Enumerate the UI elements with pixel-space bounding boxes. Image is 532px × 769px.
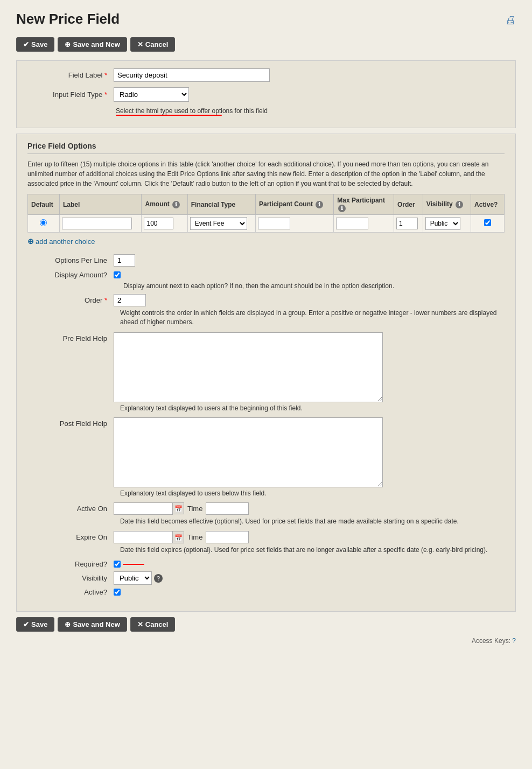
order-cell (394, 215, 423, 233)
options-table: Default Label Amount ℹ Financial Type Pa… (27, 194, 505, 233)
bottom-toolbar: ✔ Save ⊕ Save and New ✕ Cancel (16, 617, 516, 632)
participant-count-cell (255, 215, 333, 233)
default-radio[interactable] (40, 219, 47, 226)
required-row: Required? (27, 560, 505, 568)
info-text: Enter up to fifteen (15) multiple choice… (27, 159, 505, 188)
participant-count-info-icon[interactable]: ℹ (316, 201, 323, 208)
cancel-button[interactable]: ✕ Cancel (130, 37, 176, 52)
max-participant-info-icon[interactable]: ℹ (338, 205, 346, 212)
order-required-star: * (104, 296, 107, 304)
bottom-save-and-new-button[interactable]: ⊕ Save and New (58, 617, 127, 632)
print-icon[interactable]: 🖨 (505, 14, 516, 26)
default-radio-cell (28, 215, 60, 233)
cancel-icon: ✕ (137, 40, 143, 48)
bottom-save-and-new-icon: ⊕ (65, 620, 71, 628)
field-label-label: Field Label * (27, 71, 114, 79)
active-on-label: Active On (27, 505, 114, 513)
row-financial-type-select[interactable]: Event Fee Member Dues Donation (190, 217, 247, 230)
active-on-date-input[interactable] (114, 502, 173, 515)
post-field-help-label: Post Field Help (27, 417, 114, 428)
row-visibility-select[interactable]: Public Admin (425, 217, 460, 230)
active-field-row: Active? (27, 588, 505, 596)
active-on-hint: Date this field becomes effective (optio… (27, 517, 505, 526)
pre-field-help-label: Pre Field Help (27, 332, 114, 342)
col-label: Label (59, 194, 142, 215)
bottom-cancel-label: Cancel (145, 620, 169, 628)
row-participant-count-input[interactable] (258, 218, 290, 229)
expire-on-calendar-icon[interactable]: 📅 (172, 532, 184, 543)
max-participant-cell (334, 215, 394, 233)
basic-fields-section: Field Label * Input Field Type * Radio S… (16, 60, 516, 128)
display-amount-checkbox[interactable] (114, 271, 121, 278)
required-label: Required? (27, 560, 114, 568)
input-field-type-label: Input Field Type * (27, 90, 114, 99)
row-max-participant-input[interactable] (336, 218, 368, 229)
page-title: New Price Field (16, 11, 120, 27)
bottom-save-label: Save (31, 620, 47, 628)
visibility-field-label: Visibility (27, 574, 114, 582)
save-icon: ✔ (23, 40, 29, 48)
col-financial-type: Financial Type (187, 194, 255, 215)
active-on-time-input[interactable] (206, 502, 249, 515)
input-field-type-select[interactable]: Radio Select Checkbox Text (114, 87, 189, 102)
top-toolbar: ✔ Save ⊕ Save and New ✕ Cancel (16, 37, 516, 52)
post-field-help-hint: Explanatory text displayed to users belo… (27, 490, 505, 497)
save-button[interactable]: ✔ Save (16, 37, 54, 52)
visibility-cell: Public Admin (423, 215, 471, 233)
bottom-cancel-icon: ✕ (137, 620, 143, 628)
visibility-help-icon[interactable]: ? (154, 574, 163, 583)
col-amount: Amount ℹ (142, 194, 187, 215)
price-field-options-section: Price Field Options Enter up to fifteen … (16, 134, 516, 612)
order-field-input[interactable] (114, 294, 146, 306)
amount-info-icon[interactable]: ℹ (172, 201, 180, 208)
col-default: Default (28, 194, 60, 215)
active-on-time-label: Time (187, 505, 202, 513)
active-field-checkbox[interactable] (114, 589, 121, 596)
expire-on-time-label: Time (187, 533, 202, 541)
display-amount-hint: Display amount next to each option? If n… (31, 282, 505, 290)
post-field-help-textarea[interactable] (114, 417, 383, 487)
required-checkbox[interactable] (114, 561, 121, 568)
save-label: Save (31, 40, 47, 48)
access-keys-link[interactable]: ? (512, 637, 516, 645)
post-field-help-row: Post Field Help (27, 417, 505, 487)
options-per-line-input[interactable] (114, 254, 135, 267)
label-cell (59, 215, 142, 233)
amount-cell (142, 215, 187, 233)
bottom-cancel-button[interactable]: ✕ Cancel (130, 617, 176, 632)
row-order-input[interactable] (396, 218, 418, 229)
expire-on-hint: Date this field expires (optional). Used… (27, 546, 505, 555)
field-label-input[interactable] (114, 68, 270, 82)
section-title: Price Field Options (27, 142, 505, 154)
bottom-save-icon: ✔ (23, 620, 29, 628)
expire-on-time-input[interactable] (206, 531, 249, 543)
row-active-checkbox[interactable] (484, 219, 491, 226)
financial-type-cell: Event Fee Member Dues Donation (187, 215, 255, 233)
visibility-field-row: Visibility Public Admin ? (27, 571, 505, 585)
expire-on-date-input[interactable] (114, 531, 173, 543)
order-field-row: Order * (27, 294, 505, 306)
pre-field-help-row: Pre Field Help (27, 332, 505, 402)
visibility-field-select[interactable]: Public Admin (114, 571, 152, 585)
expire-on-row: Expire On 📅 Time (27, 531, 505, 543)
required-star-2: * (104, 90, 107, 99)
active-on-calendar-icon[interactable]: 📅 (172, 502, 184, 514)
row-label-input[interactable] (62, 218, 132, 229)
cancel-label: Cancel (145, 40, 169, 48)
bottom-save-button[interactable]: ✔ Save (16, 617, 54, 632)
col-visibility: Visibility ℹ (423, 194, 471, 215)
col-order: Order (394, 194, 423, 215)
pre-field-help-hint: Explanatory text displayed to users at t… (27, 404, 505, 412)
expire-on-label: Expire On (27, 533, 114, 541)
order-hint: Weight controls the order in which field… (27, 309, 505, 327)
col-participant-count: Participant Count ℹ (255, 194, 333, 215)
options-per-line-label: Options Per Line (27, 256, 114, 264)
save-and-new-button[interactable]: ⊕ Save and New (58, 37, 127, 52)
field-label-row: Field Label * (27, 68, 505, 82)
visibility-info-icon[interactable]: ℹ (456, 201, 463, 208)
display-amount-label: Display Amount? (27, 271, 114, 279)
col-active: Active? (471, 194, 505, 215)
add-choice-link[interactable]: ⊕ add another choice (27, 237, 95, 246)
row-amount-input[interactable] (144, 218, 173, 229)
pre-field-help-textarea[interactable] (114, 332, 383, 402)
